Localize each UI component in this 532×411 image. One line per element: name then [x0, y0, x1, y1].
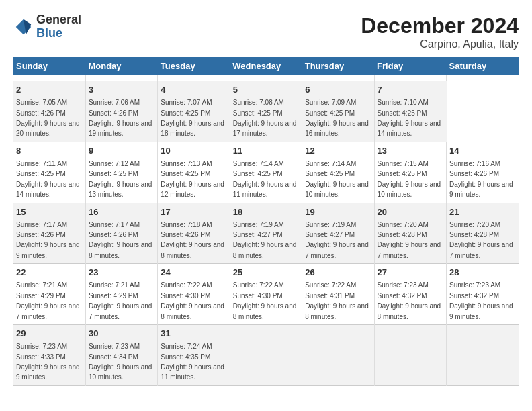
calendar-cell: 29Sunrise: 7:23 AMSunset: 4:33 PMDayligh… — [13, 325, 85, 386]
calendar-week-row: 2Sunrise: 7:05 AMSunset: 4:26 PMDaylight… — [13, 81, 519, 142]
day-info: Sunrise: 7:16 AMSunset: 4:26 PMDaylight:… — [449, 160, 513, 198]
day-header-sunday: Sunday — [13, 57, 85, 75]
day-number: 10 — [161, 145, 226, 157]
calendar-cell: 28Sunrise: 7:23 AMSunset: 4:32 PMDayligh… — [447, 264, 519, 325]
calendar-cell: 25Sunrise: 7:22 AMSunset: 4:30 PMDayligh… — [230, 264, 302, 325]
day-info: Sunrise: 7:13 AMSunset: 4:25 PMDaylight:… — [161, 160, 224, 198]
day-number: 4 — [161, 84, 226, 96]
calendar-cell — [374, 75, 446, 81]
calendar-cell — [302, 325, 374, 386]
day-number: 13 — [378, 145, 443, 157]
day-header-thursday: Thursday — [302, 57, 374, 75]
day-number: 30 — [89, 328, 154, 340]
day-info: Sunrise: 7:22 AMSunset: 4:30 PMDaylight:… — [233, 281, 297, 320]
day-header-wednesday: Wednesday — [230, 57, 302, 75]
page-title: December 2024 — [361, 13, 519, 38]
day-info: Sunrise: 7:22 AMSunset: 4:31 PMDaylight:… — [305, 281, 369, 320]
calendar-cell: 3Sunrise: 7:06 AMSunset: 4:26 PMDaylight… — [85, 81, 157, 142]
calendar-cell: 13Sunrise: 7:15 AMSunset: 4:25 PMDayligh… — [374, 142, 446, 203]
calendar-cell — [447, 75, 519, 81]
title-block: December 2024 Carpino, Apulia, Italy — [361, 13, 519, 50]
calendar-cell: 31Sunrise: 7:24 AMSunset: 4:35 PMDayligh… — [158, 325, 230, 386]
calendar-cell: 10Sunrise: 7:13 AMSunset: 4:25 PMDayligh… — [158, 142, 230, 203]
calendar-cell — [447, 325, 519, 386]
calendar-week-row: 8Sunrise: 7:11 AMSunset: 4:25 PMDaylight… — [13, 142, 519, 203]
day-number: 11 — [233, 145, 299, 157]
day-number: 8 — [16, 145, 83, 157]
day-info: Sunrise: 7:15 AMSunset: 4:25 PMDaylight:… — [378, 160, 441, 198]
calendar-cell: 5Sunrise: 7:08 AMSunset: 4:25 PMDaylight… — [230, 81, 302, 142]
day-number: 28 — [449, 267, 516, 279]
day-info: Sunrise: 7:08 AMSunset: 4:25 PMDaylight:… — [233, 99, 297, 137]
calendar-cell — [374, 325, 446, 386]
calendar-cell: 19Sunrise: 7:19 AMSunset: 4:27 PMDayligh… — [302, 203, 374, 264]
day-info: Sunrise: 7:11 AMSunset: 4:25 PMDaylight:… — [16, 160, 80, 198]
calendar-cell — [158, 75, 230, 81]
calendar-week-row: 15Sunrise: 7:17 AMSunset: 4:26 PMDayligh… — [13, 203, 519, 264]
day-number: 7 — [378, 84, 444, 96]
day-info: Sunrise: 7:14 AMSunset: 4:25 PMDaylight:… — [305, 160, 369, 198]
day-info: Sunrise: 7:17 AMSunset: 4:26 PMDaylight:… — [89, 221, 152, 259]
calendar-cell: 9Sunrise: 7:12 AMSunset: 4:25 PMDaylight… — [85, 142, 157, 203]
day-info: Sunrise: 7:05 AMSunset: 4:26 PMDaylight:… — [16, 99, 80, 137]
day-info: Sunrise: 7:18 AMSunset: 4:26 PMDaylight:… — [161, 221, 224, 259]
calendar-cell: 12Sunrise: 7:14 AMSunset: 4:25 PMDayligh… — [302, 142, 374, 203]
day-info: Sunrise: 7:12 AMSunset: 4:25 PMDaylight:… — [89, 160, 152, 198]
calendar-cell: 6Sunrise: 7:09 AMSunset: 4:25 PMDaylight… — [302, 81, 374, 142]
page-subtitle: Carpino, Apulia, Italy — [361, 38, 519, 50]
calendar-cell: 4Sunrise: 7:07 AMSunset: 4:25 PMDaylight… — [158, 81, 230, 142]
day-info: Sunrise: 7:19 AMSunset: 4:27 PMDaylight:… — [233, 221, 297, 259]
logo-text: General Blue — [36, 13, 81, 40]
calendar-cell: 27Sunrise: 7:23 AMSunset: 4:32 PMDayligh… — [374, 264, 446, 325]
logo-line2: Blue — [36, 27, 81, 40]
calendar-cell — [230, 325, 302, 386]
day-info: Sunrise: 7:22 AMSunset: 4:30 PMDaylight:… — [161, 281, 224, 320]
calendar-cell: 30Sunrise: 7:23 AMSunset: 4:34 PMDayligh… — [85, 325, 157, 386]
calendar-cell — [302, 75, 374, 81]
calendar-header-row: SundayMondayTuesdayWednesdayThursdayFrid… — [13, 57, 519, 75]
calendar-cell: 17Sunrise: 7:18 AMSunset: 4:26 PMDayligh… — [158, 203, 230, 264]
day-info: Sunrise: 7:07 AMSunset: 4:25 PMDaylight:… — [161, 99, 224, 137]
day-info: Sunrise: 7:20 AMSunset: 4:28 PMDaylight:… — [449, 221, 513, 259]
day-number: 9 — [89, 145, 154, 157]
day-info: Sunrise: 7:06 AMSunset: 4:26 PMDaylight:… — [89, 99, 152, 137]
day-info: Sunrise: 7:14 AMSunset: 4:25 PMDaylight:… — [233, 160, 297, 198]
calendar-cell: 8Sunrise: 7:11 AMSunset: 4:25 PMDaylight… — [13, 142, 85, 203]
day-number: 12 — [305, 145, 371, 157]
calendar-cell: 14Sunrise: 7:16 AMSunset: 4:26 PMDayligh… — [447, 142, 519, 203]
logo: General Blue — [13, 13, 81, 40]
day-number: 25 — [233, 267, 299, 279]
day-number: 21 — [449, 206, 516, 218]
day-info: Sunrise: 7:23 AMSunset: 4:32 PMDaylight:… — [378, 281, 441, 320]
calendar-table: SundayMondayTuesdayWednesdayThursdayFrid… — [13, 57, 519, 386]
day-number: 16 — [89, 206, 154, 218]
calendar-cell: 20Sunrise: 7:20 AMSunset: 4:28 PMDayligh… — [374, 203, 446, 264]
day-header-friday: Friday — [374, 57, 446, 75]
day-number: 24 — [161, 267, 226, 279]
day-number: 26 — [305, 267, 371, 279]
calendar-cell — [13, 75, 85, 81]
calendar-cell: 21Sunrise: 7:20 AMSunset: 4:28 PMDayligh… — [447, 203, 519, 264]
calendar-cell — [85, 75, 157, 81]
calendar-week-row: 22Sunrise: 7:21 AMSunset: 4:29 PMDayligh… — [13, 264, 519, 325]
calendar-cell: 24Sunrise: 7:22 AMSunset: 4:30 PMDayligh… — [158, 264, 230, 325]
day-info: Sunrise: 7:21 AMSunset: 4:29 PMDaylight:… — [16, 281, 80, 320]
day-info: Sunrise: 7:23 AMSunset: 4:33 PMDaylight:… — [16, 342, 80, 381]
day-header-tuesday: Tuesday — [158, 57, 230, 75]
calendar-cell: 11Sunrise: 7:14 AMSunset: 4:25 PMDayligh… — [230, 142, 302, 203]
day-number: 23 — [89, 267, 154, 279]
day-info: Sunrise: 7:21 AMSunset: 4:29 PMDaylight:… — [89, 281, 152, 320]
logo-line1: General — [36, 13, 81, 27]
day-info: Sunrise: 7:24 AMSunset: 4:35 PMDaylight:… — [161, 342, 224, 381]
day-number: 22 — [16, 267, 83, 279]
day-info: Sunrise: 7:10 AMSunset: 4:25 PMDaylight:… — [378, 99, 441, 137]
calendar-cell: 16Sunrise: 7:17 AMSunset: 4:26 PMDayligh… — [85, 203, 157, 264]
calendar-cell: 22Sunrise: 7:21 AMSunset: 4:29 PMDayligh… — [13, 264, 85, 325]
day-number: 15 — [16, 206, 83, 218]
day-number: 3 — [89, 84, 154, 96]
day-number: 5 — [233, 84, 299, 96]
calendar-week-row — [13, 75, 519, 81]
day-number: 6 — [305, 84, 371, 96]
day-number: 19 — [305, 206, 371, 218]
day-header-monday: Monday — [85, 57, 157, 75]
